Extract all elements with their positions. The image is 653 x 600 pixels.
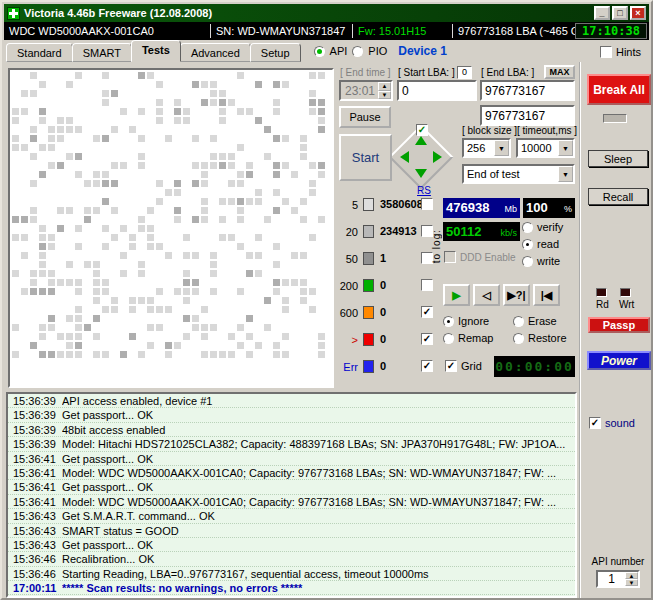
step-back-button[interactable]: ◁ — [473, 284, 500, 306]
scan-cell — [318, 270, 325, 277]
scan-cell — [246, 378, 253, 385]
scan-cell — [165, 351, 172, 358]
scan-cell — [219, 324, 226, 331]
dpad-down-icon[interactable] — [415, 169, 427, 178]
rw-mode-group: verifyreadwrite — [522, 221, 563, 267]
rw-mode-verify[interactable]: verify — [522, 221, 563, 233]
scan-cell — [300, 306, 307, 313]
play-button[interactable]: ▶ — [443, 284, 470, 306]
to-log-checkbox[interactable]: ✓ — [421, 198, 433, 210]
log-entry-time: 15:36:39 — [8, 394, 62, 407]
start-button[interactable]: Start — [339, 134, 392, 181]
api-number-spinner[interactable]: 1 ▲▼ — [596, 570, 640, 588]
to-log-checkbox[interactable]: ✓ — [421, 306, 433, 318]
scan-cell — [75, 162, 82, 169]
scan-cell — [201, 108, 208, 115]
title-bar[interactable]: Victoria 4.46b Freeware (12.08.2008) _ □… — [4, 4, 649, 22]
power-button[interactable]: Power — [587, 351, 651, 370]
percent-unit: % — [564, 204, 572, 214]
scan-cell — [21, 117, 28, 124]
rw-mode-write[interactable]: write — [522, 255, 563, 267]
start-lba-input[interactable]: 0 — [397, 80, 477, 101]
action-erase[interactable]: Erase — [513, 315, 577, 327]
scan-cell — [102, 99, 109, 106]
seek-check-icon: ▶?| — [507, 289, 525, 302]
break-all-button[interactable]: Break All — [587, 74, 651, 105]
action-ignore[interactable]: Ignore — [443, 315, 513, 327]
action-label: Ignore — [458, 315, 489, 327]
scan-cell — [210, 108, 217, 115]
scan-cell — [291, 324, 298, 331]
spin-up-icon[interactable]: ▲ — [625, 572, 638, 579]
tab-advanced[interactable]: Advanced — [180, 43, 251, 62]
action-remap[interactable]: Remap — [443, 332, 513, 344]
timeout-select[interactable]: 10000 ▼ — [516, 138, 575, 158]
tab-standard[interactable]: Standard — [6, 43, 73, 62]
close-button[interactable]: × — [630, 6, 646, 20]
scan-cell — [93, 99, 100, 106]
scan-cell — [255, 306, 262, 313]
end-lba-input[interactable]: 976773167 — [480, 80, 575, 101]
rs-label[interactable]: RS — [417, 185, 431, 196]
scan-cell — [165, 315, 172, 322]
action-restore[interactable]: Restore — [513, 332, 577, 344]
navigation-dpad[interactable] — [392, 128, 450, 186]
hints-toggle[interactable]: ✓ Hints — [600, 46, 649, 62]
dpad-checkbox[interactable]: ✓ — [416, 124, 428, 136]
dropdown-icon[interactable]: ▼ — [558, 166, 573, 182]
passport-button[interactable]: Passp — [588, 317, 650, 333]
spin-down-icon[interactable]: ▼ — [625, 579, 638, 586]
scan-cell — [57, 90, 64, 97]
dpad-up-icon[interactable] — [415, 136, 427, 145]
block-size-label: [ block size ] — [462, 125, 517, 136]
sleep-button[interactable]: Sleep — [588, 150, 648, 167]
rw-mode-read[interactable]: read — [522, 238, 563, 250]
minimize-button[interactable]: _ — [594, 6, 610, 20]
recall-button[interactable]: Recall — [588, 188, 648, 205]
to-log-checkbox[interactable]: ✓ — [421, 333, 433, 345]
scan-cell — [138, 180, 145, 187]
tab-tests[interactable]: Tests — [131, 40, 181, 62]
current-end-lba-input[interactable]: 976773167 — [480, 105, 575, 126]
block-size-select[interactable]: 256 ▼ — [462, 138, 511, 158]
scan-cell — [282, 261, 289, 268]
grid-toggle[interactable]: ✓ Grid — [445, 360, 482, 372]
ddd-enable-toggle[interactable]: ✓ DDD Enable — [444, 251, 516, 263]
dpad-left-icon[interactable] — [400, 151, 409, 163]
dropdown-icon[interactable]: ▼ — [494, 140, 509, 156]
scan-cell — [75, 153, 82, 160]
to-log-checkbox[interactable]: ✓ — [421, 279, 433, 291]
sound-checkbox[interactable]: ✓ — [589, 417, 601, 429]
spin-up-icon[interactable]: ▲ — [378, 82, 391, 91]
pause-button[interactable]: Pause — [339, 106, 391, 128]
spin-down-icon[interactable]: ▼ — [378, 91, 391, 100]
scan-cell — [255, 144, 262, 151]
seek-check-button[interactable]: ▶?| — [503, 284, 530, 306]
scan-cell — [201, 369, 208, 376]
dpad-right-icon[interactable] — [433, 151, 442, 163]
to-log-checkbox[interactable]: ✓ — [421, 360, 433, 372]
log-entry-time: 15:36:43 — [8, 509, 62, 522]
scan-cell — [273, 72, 280, 79]
scan-cell — [318, 72, 325, 79]
rewind-button[interactable]: |◀ — [533, 284, 560, 306]
tab-smart[interactable]: SMART — [72, 43, 132, 62]
api-radio[interactable] — [314, 46, 325, 57]
pio-radio[interactable] — [352, 46, 363, 57]
end-time-spinner[interactable]: 23:01 ▲▼ — [339, 80, 393, 101]
scan-cell — [318, 81, 325, 88]
dropdown-icon[interactable]: ▼ — [558, 140, 573, 156]
tab-setup[interactable]: Setup — [250, 43, 301, 62]
log-area[interactable]: 15:36:39API access enabled, device #115:… — [6, 392, 577, 598]
maximize-button[interactable]: □ — [612, 6, 628, 20]
scan-cell — [210, 216, 217, 223]
end-of-test-select[interactable]: End of test ▼ — [462, 164, 575, 184]
scan-cell — [183, 324, 190, 331]
scan-cell — [246, 81, 253, 88]
max-button[interactable]: MAX — [544, 65, 575, 79]
scan-cell — [138, 279, 145, 286]
ddd-checkbox[interactable]: ✓ — [444, 251, 456, 263]
sound-toggle[interactable]: ✓ sound — [589, 417, 635, 429]
grid-checkbox[interactable]: ✓ — [445, 360, 457, 372]
hints-checkbox[interactable]: ✓ — [600, 46, 612, 58]
